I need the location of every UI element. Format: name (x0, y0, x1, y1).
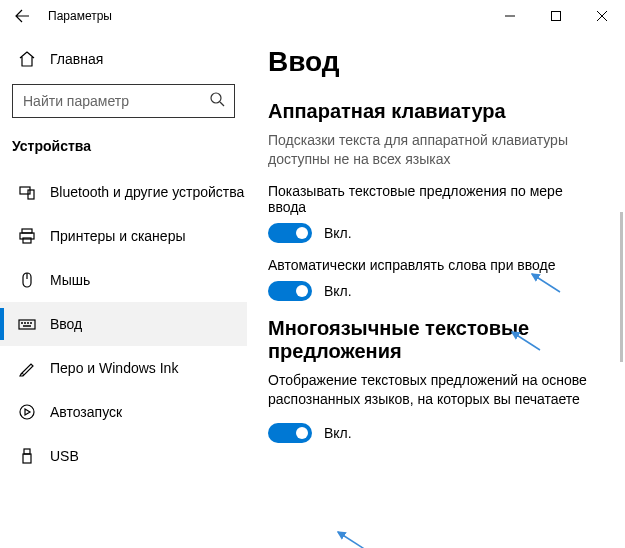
section-heading-multilang: Многоязычные текстовые предложения (268, 317, 601, 363)
sidebar-item-label: Bluetooth и другие устройства (50, 184, 244, 200)
svg-line-20 (532, 274, 560, 292)
svg-rect-18 (24, 449, 30, 454)
sidebar-item-label: Мышь (50, 272, 90, 288)
sidebar-item-usb[interactable]: USB (0, 434, 247, 478)
annotation-arrow-icon (528, 270, 562, 294)
section-heading-hardware: Аппаратная клавиатура (268, 100, 601, 123)
svg-rect-19 (23, 454, 31, 463)
home-label: Главная (50, 51, 103, 67)
setting-label-suggestions: Показывать текстовые предложения по мере… (268, 183, 601, 215)
sidebar-item-printers[interactable]: Принтеры и сканеры (0, 214, 247, 258)
svg-rect-11 (19, 320, 35, 329)
svg-point-2 (211, 93, 221, 103)
toggle-state-label: Вкл. (324, 425, 352, 441)
autoplay-icon (18, 403, 36, 421)
main-content: Ввод Аппаратная клавиатура Подсказки тек… (248, 32, 625, 548)
toggle-suggestions[interactable]: Вкл. (268, 223, 601, 243)
close-button[interactable] (579, 0, 625, 32)
maximize-button[interactable] (533, 0, 579, 32)
pen-icon (18, 359, 36, 377)
section-description-multilang: Отображение текстовых предложений на осн… (268, 371, 601, 409)
usb-icon (18, 447, 36, 465)
section-description: Подсказки текста для аппаратной клавиату… (268, 131, 601, 169)
devices-icon (18, 183, 36, 201)
toggle-state-label: Вкл. (324, 225, 352, 241)
annotation-arrow-icon (508, 328, 542, 352)
sidebar-item-typing[interactable]: Ввод (0, 302, 247, 346)
annotation-arrow-icon (334, 528, 368, 548)
maximize-icon (551, 11, 561, 21)
home-button[interactable]: Главная (0, 44, 247, 74)
window-body: Главная Устройства Bluetooth и другие ус… (0, 32, 625, 548)
sidebar-item-label: Автозапуск (50, 404, 122, 420)
mouse-icon (18, 271, 36, 289)
printer-icon (18, 227, 36, 245)
toggle-state-label: Вкл. (324, 283, 352, 299)
arrow-left-icon (14, 8, 30, 24)
sidebar-item-label: Принтеры и сканеры (50, 228, 185, 244)
svg-line-21 (512, 332, 540, 350)
toggle-switch-icon (268, 281, 312, 301)
minimize-icon (505, 11, 515, 21)
search-input[interactable] (12, 84, 235, 118)
back-button[interactable] (0, 8, 44, 24)
page-title: Ввод (268, 46, 601, 78)
section-title: Устройства (0, 132, 247, 160)
sidebar-item-label: Перо и Windows Ink (50, 360, 178, 376)
sidebar-item-autoplay[interactable]: Автозапуск (0, 390, 247, 434)
home-icon (18, 50, 36, 68)
toggle-multilang[interactable]: Вкл. (268, 423, 601, 443)
svg-line-22 (338, 532, 366, 548)
search-container (12, 84, 235, 118)
search-icon (209, 91, 227, 109)
sidebar-item-bluetooth[interactable]: Bluetooth и другие устройства (0, 170, 247, 214)
sidebar: Главная Устройства Bluetooth и другие ус… (0, 32, 248, 548)
toggle-switch-icon (268, 423, 312, 443)
sidebar-item-label: Ввод (50, 316, 82, 332)
sidebar-item-mouse[interactable]: Мышь (0, 258, 247, 302)
keyboard-icon (18, 315, 36, 333)
close-icon (597, 11, 607, 21)
window-controls (487, 0, 625, 32)
minimize-button[interactable] (487, 0, 533, 32)
svg-rect-6 (22, 229, 32, 233)
svg-point-17 (20, 405, 34, 419)
title-bar: Параметры (0, 0, 625, 32)
settings-window: Параметры Главная (0, 0, 625, 548)
toggle-switch-icon (268, 223, 312, 243)
svg-line-3 (220, 102, 224, 106)
window-title: Параметры (44, 9, 487, 23)
sidebar-item-label: USB (50, 448, 79, 464)
scrollbar[interactable] (620, 212, 623, 362)
sidebar-item-pen[interactable]: Перо и Windows Ink (0, 346, 247, 390)
svg-rect-1 (552, 12, 561, 21)
